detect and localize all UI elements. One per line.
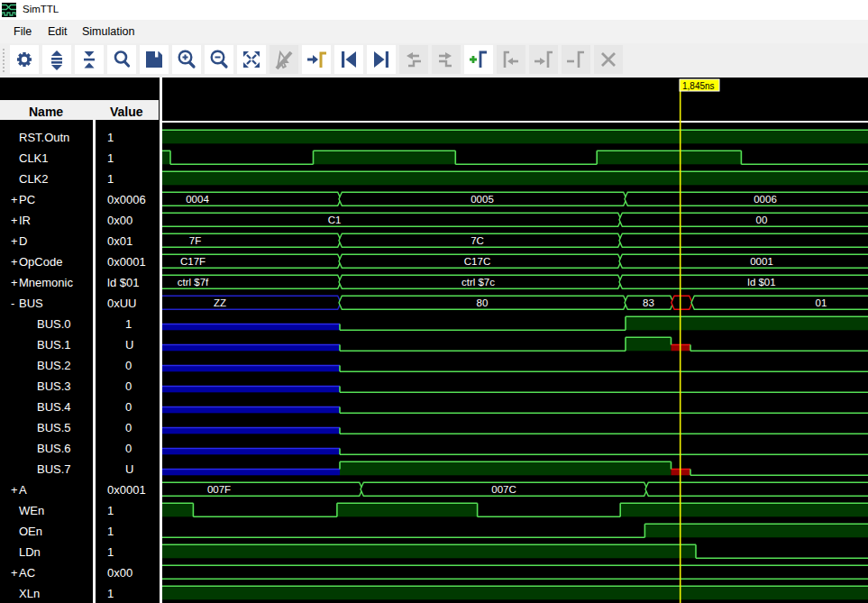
svg-text:0001: 0001	[750, 256, 773, 267]
svg-text:ZZ: ZZ	[214, 297, 226, 308]
svg-text:0006: 0006	[754, 194, 777, 205]
svg-text:C17C: C17C	[464, 256, 490, 267]
svg-text:C1: C1	[328, 215, 342, 225]
svg-text:ctrl $7c: ctrl $7c	[461, 277, 495, 288]
svg-text:7C: 7C	[471, 235, 484, 246]
svg-text:7F: 7F	[189, 235, 201, 246]
svg-text:00: 00	[756, 215, 768, 225]
svg-text:ctrl $7f: ctrl $7f	[178, 277, 209, 288]
svg-text:83: 83	[643, 297, 654, 308]
svg-text:007F: 007F	[207, 484, 231, 495]
svg-text:1,845ns: 1,845ns	[682, 81, 715, 91]
svg-text:C17F: C17F	[180, 256, 206, 267]
svg-text:007C: 007C	[491, 484, 516, 495]
svg-text:01: 01	[816, 297, 827, 308]
svg-text:0004: 0004	[186, 194, 209, 205]
svg-text:ld $01: ld $01	[747, 277, 775, 288]
svg-text:80: 80	[477, 297, 489, 308]
svg-text:0005: 0005	[471, 194, 494, 205]
